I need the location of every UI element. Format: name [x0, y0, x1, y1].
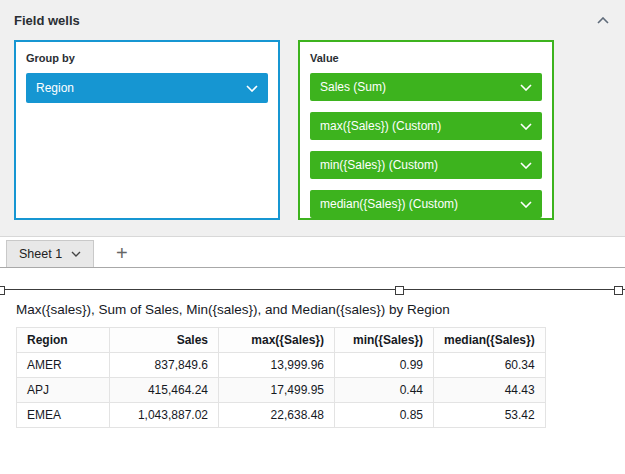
table-cell: AMER — [17, 353, 110, 378]
field-pill-max-sales[interactable]: max({Sales}) (Custom) — [310, 112, 542, 140]
field-pill-label: median({Sales}) (Custom) — [320, 197, 458, 211]
table-row: AMER 837,849.6 13,999.96 0.99 60.34 — [17, 353, 546, 378]
table-cell: 0.99 — [335, 353, 434, 378]
field-pill-sales-sum[interactable]: Sales (Sum) — [310, 73, 542, 101]
table-row: APJ 415,464.24 17,499.95 0.44 44.43 — [17, 378, 546, 403]
field-pill-label: min({Sales}) (Custom) — [320, 158, 438, 172]
chevron-down-icon[interactable] — [246, 85, 258, 92]
sheet-tab-bar: Sheet 1 + — [0, 237, 625, 268]
resize-handle-left[interactable] — [0, 286, 5, 295]
table-visual: Max({sales}), Sum of Sales, Min({sales})… — [0, 268, 625, 428]
add-sheet-button[interactable]: + — [110, 243, 134, 267]
column-header-sales[interactable]: Sales — [110, 328, 219, 353]
tab-sheet-1[interactable]: Sheet 1 — [6, 240, 94, 267]
group-by-label: Group by — [26, 52, 268, 64]
chevron-down-icon[interactable] — [520, 162, 532, 169]
chevron-down-icon[interactable] — [520, 84, 532, 91]
field-wells: Group by Region Value Sales (Sum) — [14, 40, 611, 220]
table-cell: 44.43 — [434, 378, 546, 403]
value-well[interactable]: Value Sales (Sum) max({Sales}) (Custom) … — [298, 40, 554, 220]
collapse-field-wells-icon[interactable] — [595, 15, 611, 26]
chevron-down-icon[interactable] — [520, 123, 532, 130]
field-pill-region[interactable]: Region — [26, 73, 268, 103]
field-wells-panel: Field wells Group by Region Value Sales … — [0, 0, 625, 237]
field-pill-label: Sales (Sum) — [320, 80, 386, 94]
sheet-canvas: Max({sales}), Sum of Sales, Min({sales})… — [0, 268, 625, 474]
field-wells-header: Field wells — [14, 8, 611, 32]
visual-title[interactable]: Max({sales}), Sum of Sales, Min({sales})… — [0, 268, 625, 327]
table-cell: 0.44 — [335, 378, 434, 403]
value-label: Value — [310, 52, 542, 64]
sheet-tab-label: Sheet 1 — [19, 247, 62, 261]
field-pill-label: Region — [36, 81, 74, 95]
group-by-well[interactable]: Group by Region — [14, 40, 280, 220]
table-cell: 415,464.24 — [110, 378, 219, 403]
column-header-min-sales[interactable]: min({Sales}) — [335, 328, 434, 353]
chevron-down-icon[interactable] — [520, 201, 532, 208]
table-cell: 53.42 — [434, 403, 546, 428]
column-header-max-sales[interactable]: max({Sales}) — [219, 328, 335, 353]
table-header-row: Region Sales max({Sales}) min({Sales}) m… — [17, 328, 546, 353]
field-pill-min-sales[interactable]: min({Sales}) (Custom) — [310, 151, 542, 179]
field-pill-median-sales[interactable]: median({Sales}) (Custom) — [310, 190, 542, 218]
table-cell: APJ — [17, 378, 110, 403]
table-cell: EMEA — [17, 403, 110, 428]
field-pill-label: max({Sales}) (Custom) — [320, 119, 441, 133]
visual-table: Region Sales max({Sales}) min({Sales}) m… — [16, 327, 546, 428]
table-cell: 13,999.96 — [219, 353, 335, 378]
chevron-down-icon[interactable] — [71, 251, 81, 257]
table-cell: 0.85 — [335, 403, 434, 428]
column-header-median-sales[interactable]: median({Sales}) — [434, 328, 546, 353]
resize-handle-right[interactable] — [614, 286, 623, 295]
visual-selection-border — [0, 289, 625, 290]
quicksight-analysis-screen: Field wells Group by Region Value Sales … — [0, 0, 625, 474]
resize-handle-center[interactable] — [395, 286, 404, 295]
field-wells-title: Field wells — [14, 13, 80, 28]
table-cell: 60.34 — [434, 353, 546, 378]
table-cell: 1,043,887.02 — [110, 403, 219, 428]
table-cell: 17,499.95 — [219, 378, 335, 403]
table-cell: 22,638.48 — [219, 403, 335, 428]
table-row: EMEA 1,043,887.02 22,638.48 0.85 53.42 — [17, 403, 546, 428]
column-header-region[interactable]: Region — [17, 328, 110, 353]
table-cell: 837,849.6 — [110, 353, 219, 378]
